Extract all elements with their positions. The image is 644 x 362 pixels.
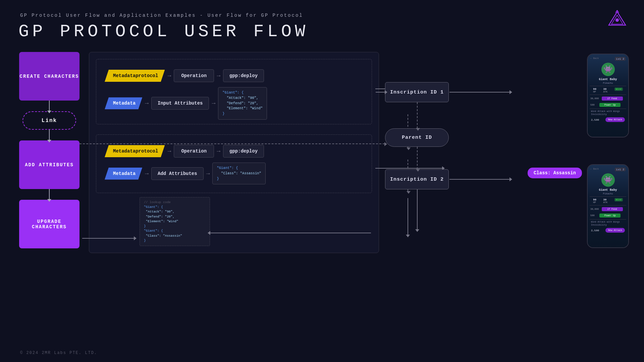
phone-attack-btn-1[interactable]: New Attack bbox=[605, 117, 625, 122]
operation-box-2: Operation bbox=[174, 145, 214, 158]
phone-lvl-badge-2: Lvl 2 bbox=[615, 168, 626, 171]
phone-hp-label-2: HP bbox=[593, 201, 596, 204]
phone-sep-5 bbox=[590, 205, 626, 205]
flow-to-insc1-arrow bbox=[376, 92, 385, 93]
inscription-id-2: Inscription ID 2 bbox=[385, 169, 449, 189]
phone-screen-2: ← Back Lvl 2 Giant Baby Pikachu 90 HP 30… bbox=[588, 165, 628, 247]
phone-wind-badge: Wind bbox=[614, 87, 623, 91]
phone-screen-1: ← Back Lvl 2 Giant Baby Pikachu 90 HP 30… bbox=[588, 54, 628, 137]
create-characters-step: Create Characters bbox=[19, 52, 79, 101]
add-attributes-step: Add Attributes bbox=[19, 140, 79, 189]
phone-stats-1: 90 HP 30 ATK Wind bbox=[590, 87, 626, 93]
phone-feed-btn[interactable]: iT Feed bbox=[602, 97, 623, 101]
add-attributes-label: Add Attributes bbox=[25, 162, 74, 168]
inscription-2-label: Inscription ID 2 bbox=[390, 177, 444, 182]
phone-hp-label: HP bbox=[593, 90, 596, 93]
metadata-tag-2: Metadata bbox=[105, 168, 142, 180]
phone-subtitle-2: Pikachu bbox=[590, 192, 626, 195]
main-diagram-box: Metadataprotocol → Operation → gpp:deplo… bbox=[89, 52, 379, 253]
upgrade-step-to-code-arrow bbox=[82, 238, 134, 239]
upgrade-right-arrow bbox=[210, 233, 371, 233]
footer-copyright: © 2024 2MR Labs PTE. LTD. bbox=[20, 351, 97, 355]
phone-sep-6 bbox=[590, 219, 626, 220]
upgrade-characters-step: Upgrade Characters bbox=[19, 200, 79, 248]
phone-power-btn-2[interactable]: Power Up bbox=[599, 214, 621, 218]
phone-currency-row-4: 500 Power Up bbox=[590, 213, 626, 218]
insc2-to-bottom-v bbox=[417, 189, 418, 230]
class-assassin-badge: Class: Assassin bbox=[528, 168, 582, 178]
parent-id-box: Parent ID bbox=[385, 128, 449, 147]
svg-point-2 bbox=[615, 18, 619, 22]
phone-wind-badge-2: Wind bbox=[614, 198, 623, 201]
phone-sep-1 bbox=[590, 86, 626, 86]
phone-currency-4: 500 bbox=[590, 214, 595, 217]
inscription-id-1: Inscription ID 1 bbox=[385, 82, 449, 102]
insc1-to-parentid-v bbox=[417, 102, 418, 128]
phone-sep-3 bbox=[590, 109, 626, 109]
gpp-deploy-box-1: gpp:deploy bbox=[223, 69, 264, 82]
giant-code-box: "Giant": { "Attack": "90", "Defend": "20… bbox=[218, 87, 267, 120]
phone-hp-val-2: 90 bbox=[593, 198, 596, 201]
link-label: Link bbox=[42, 118, 57, 124]
phone-attack-btn-2[interactable]: New Attack bbox=[605, 228, 625, 233]
create-characters-label: Create Characters bbox=[20, 74, 79, 79]
phone-currency-row-2: 500 Power Up bbox=[590, 102, 626, 108]
phone-currency-row-3: 30,000 iT Feed bbox=[590, 206, 626, 212]
phone-abilities-1: Wind Attack with WingsInvisibility bbox=[591, 110, 625, 116]
header-title: GP PROTOCOL USER FLOW bbox=[18, 22, 309, 42]
phone-stats-2: 90 HP 30 ATK Wind bbox=[590, 198, 626, 204]
phone-character-1 bbox=[601, 63, 615, 76]
phone-mockup-2: ← Back Lvl 2 Giant Baby Pikachu 90 HP 30… bbox=[587, 164, 629, 248]
upgrade-code-box: // lookup code "Giant": { "Attack": "90"… bbox=[140, 197, 210, 246]
parent-id-label: Parent ID bbox=[402, 135, 432, 140]
input-attributes-box: Input Attributes bbox=[151, 97, 209, 110]
phone-currency-row-1: 30,000 iT Feed bbox=[590, 96, 626, 101]
phone-sep-2 bbox=[590, 95, 626, 95]
phone-sep-4 bbox=[590, 196, 626, 197]
phone-currency-2: 500 bbox=[590, 104, 595, 106]
phone-power-points-2: 2,500 bbox=[591, 229, 599, 232]
phone-power-points-1: 2,500 bbox=[591, 118, 599, 121]
metadataprotocol-tag-1: Metadataprotocol bbox=[105, 70, 165, 82]
arrow-8: → bbox=[204, 170, 213, 177]
insc1-to-phone1-arrow bbox=[449, 92, 510, 93]
metadata-tag-1: Metadata bbox=[105, 97, 142, 109]
phone-atk-val-2: 30 bbox=[603, 198, 608, 201]
phone-char-name-1: Giant Baby bbox=[590, 78, 626, 81]
link-step: Link bbox=[22, 111, 76, 130]
phone-character-2 bbox=[601, 173, 615, 187]
logo bbox=[607, 10, 627, 30]
phone-subtitle-1: Pikachu bbox=[590, 82, 626, 84]
top-row-1: Metadataprotocol → Operation → gpp:deplo… bbox=[105, 69, 363, 82]
phone-bottom-row-2: 2,500 New Attack bbox=[591, 228, 625, 233]
phone-bottom-row-1: 2,500 New Attack bbox=[591, 117, 625, 122]
phone-atk-label-2: ATK bbox=[603, 201, 608, 204]
left-steps-column: Create Characters Link Add Attributes Up… bbox=[19, 52, 79, 248]
phone-currency-3: 30,000 bbox=[590, 208, 599, 210]
arrow-4: → bbox=[209, 100, 218, 107]
phone-char-name-2: Giant Baby bbox=[590, 188, 626, 192]
phone-currency-1: 30,000 bbox=[590, 97, 599, 100]
operation-box-1: Operation bbox=[174, 69, 214, 82]
arrow-2: → bbox=[214, 72, 223, 79]
phone-hp-val: 90 bbox=[593, 87, 596, 90]
mid-row-2: Metadata → Add Attributes → "Giant": { "… bbox=[105, 163, 363, 184]
arrow-3: → bbox=[142, 100, 151, 107]
insc2-to-phone2-arrow bbox=[449, 179, 510, 180]
parentid-to-insc2-v bbox=[417, 147, 418, 169]
phone-mockup-1: ← Back Lvl 2 Giant Baby Pikachu 90 HP 30… bbox=[587, 54, 629, 137]
phone-lvl-badge-1: Lvl 2 bbox=[615, 57, 626, 61]
phone-feed-btn-2[interactable]: iT Feed bbox=[602, 207, 623, 211]
top-row-2: Metadata → Input Attributes → "Giant": {… bbox=[105, 87, 363, 120]
assassin-code-box: "Giant": { "Class": "Assassin" } bbox=[212, 163, 265, 184]
gpp-deploy-box-2: gpp:deploy bbox=[223, 145, 264, 158]
arrow-5: → bbox=[165, 148, 174, 155]
phone-back-btn-2: ← Back bbox=[590, 168, 599, 170]
phone-abilities-2: Wind Attack with WingsInvisibility bbox=[591, 221, 625, 227]
phone-back-btn-1: ← Back bbox=[590, 57, 599, 60]
add-attributes-box: Add Attributes bbox=[151, 167, 204, 180]
inscription-1-label: Inscription ID 1 bbox=[390, 89, 444, 95]
link-to-parentid-dashed-arrow bbox=[79, 143, 385, 144]
mid-row-1: Metadataprotocol → Operation → gpp:deplo… bbox=[105, 145, 363, 158]
phone-power-btn[interactable]: Power Up bbox=[599, 103, 621, 107]
